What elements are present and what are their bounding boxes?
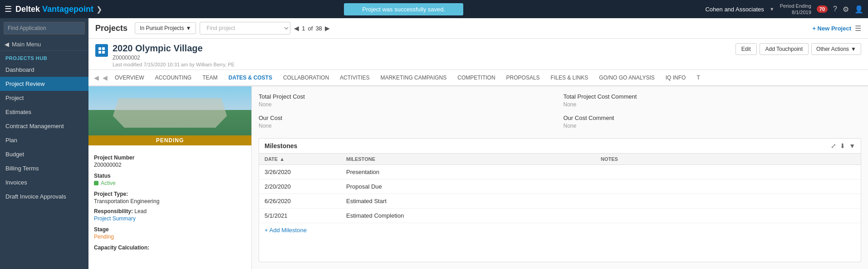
col-date-header[interactable]: DATE ▲: [265, 156, 346, 162]
company-name[interactable]: Cohen and Associates: [705, 6, 764, 13]
sidebar-item-budget[interactable]: Budget: [0, 147, 88, 161]
milestone-name-2: Estimated Start: [346, 198, 601, 204]
svg-rect-3: [102, 51, 105, 54]
project-main-title: 2020 Olympic Village: [113, 43, 731, 54]
tab-proposals[interactable]: PROPOSALS: [501, 70, 545, 86]
company-chevron-icon[interactable]: ▼: [770, 6, 775, 12]
brand-chevron-icon: ❯: [96, 5, 102, 14]
stage-value: Pending: [94, 234, 246, 240]
tab-team[interactable]: TEAM: [197, 70, 223, 86]
find-app-input[interactable]: [4, 22, 85, 35]
milestone-date-3: 5/1/2021: [265, 212, 346, 219]
list-view-icon[interactable]: ☰: [855, 24, 861, 33]
project-icon: [95, 44, 108, 57]
responsibility-label: Responsibility: Lead: [94, 208, 246, 214]
milestones-toolbar: ⤢ ⬇ ▼: [831, 142, 855, 149]
project-type-value: Transportation Engineering: [94, 198, 246, 204]
help-icon[interactable]: ?: [833, 5, 837, 13]
milestones-table-header: DATE ▲ MILESTONE NOTES: [259, 154, 861, 165]
tab-activities[interactable]: ACTIVITIES: [334, 70, 375, 86]
brand-deltek: Deltek: [15, 5, 40, 14]
our-cost-value: None: [259, 123, 557, 129]
pagination: ◀ 1 of 38 ▶: [294, 25, 330, 32]
expand-icon[interactable]: ⤢: [831, 142, 836, 149]
milestone-name-3: Estimated Completion: [346, 212, 601, 219]
add-milestone-button[interactable]: + Add Milestone: [259, 223, 861, 237]
sidebar-item-project[interactable]: Project: [0, 91, 88, 105]
period-ending-label: Period Ending: [780, 3, 811, 9]
total-project-cost-comment-value: None: [564, 101, 862, 108]
total-project-cost-field: Total Project Cost None: [259, 93, 557, 108]
tab-dates-costs[interactable]: DATES & COSTS: [223, 70, 277, 86]
main-layout: ◀ Main Menu PROJECTS HUB Dashboard Proje…: [0, 18, 868, 269]
tab-collaboration[interactable]: COLLABORATION: [278, 70, 334, 86]
our-cost-comment-value: None: [564, 123, 862, 129]
projects-title: Projects: [95, 24, 128, 33]
project-header: 2020 Olympic Village Z00000002 Last modi…: [88, 39, 868, 70]
success-banner: Project was successfully saved.: [344, 3, 463, 15]
sidebar-item-estimates[interactable]: Estimates: [0, 105, 88, 119]
back-arrow-icon: ◀: [5, 41, 9, 48]
pending-badge: PENDING: [88, 135, 251, 145]
sidebar-item-project-review[interactable]: Project Review: [0, 77, 88, 91]
notification-badge[interactable]: 70: [817, 5, 828, 13]
find-project-select[interactable]: Find project: [200, 22, 290, 35]
table-row: 3/26/2020 Presentation: [259, 165, 861, 179]
milestone-notes-2: [601, 198, 855, 204]
filter-dropdown[interactable]: In Pursuit Projects ▼: [135, 22, 196, 34]
filter-icon[interactable]: ▼: [849, 142, 855, 149]
project-number-value: Z00000002: [94, 162, 246, 168]
period-ending: Period Ending 8/1/2019: [780, 3, 811, 16]
capacity-label: Capacity Calculation:: [94, 244, 246, 251]
our-cost-field: Our Cost None: [259, 115, 557, 129]
gear-icon[interactable]: ⚙: [843, 5, 849, 14]
add-touchpoint-button[interactable]: Add Touchpoint: [760, 43, 809, 55]
filter-label: In Pursuit Projects: [140, 25, 184, 31]
sidebar-item-draft-invoice-approvals[interactable]: Draft Invoice Approvals: [0, 189, 88, 204]
main-menu-back[interactable]: ◀ Main Menu: [0, 38, 88, 51]
tab-marketing-campaigns[interactable]: MARKETING CAMPAIGNS: [375, 70, 452, 86]
tabs-back-arrow[interactable]: ◀: [101, 74, 109, 81]
milestone-date-0: 3/26/2020: [265, 169, 346, 175]
tab-accounting[interactable]: ACCOUNTING: [149, 70, 197, 86]
stage-label: Stage: [94, 226, 246, 233]
our-cost-comment-label: Our Cost Comment: [564, 115, 862, 121]
tab-overview[interactable]: OVERVIEW: [109, 70, 149, 86]
new-project-button[interactable]: + New Project: [812, 25, 851, 32]
main-menu-label: Main Menu: [12, 41, 41, 48]
other-actions-button[interactable]: Other Actions ▼: [811, 43, 861, 55]
brand-vantagepoint: Vantagepoint: [42, 5, 93, 14]
prev-page-button[interactable]: ◀: [294, 25, 299, 32]
sidebar-item-plan[interactable]: Plan: [0, 133, 88, 147]
responsibility-value: Lead: [134, 208, 147, 214]
tab-extra[interactable]: T: [691, 70, 705, 86]
milestones-body: 3/26/2020 Presentation 2/20/2020 Proposa…: [259, 165, 861, 223]
sidebar-item-invoices[interactable]: Invoices: [0, 175, 88, 189]
project-summary-link[interactable]: Project Summary: [94, 215, 246, 222]
total-project-cost-comment-label: Total Project Cost Comment: [564, 93, 862, 100]
download-icon[interactable]: ⬇: [840, 142, 845, 149]
sidebar-item-dashboard[interactable]: Dashboard: [0, 63, 88, 77]
col-milestone-header: MILESTONE: [346, 156, 601, 162]
right-panel: Total Project Cost None Total Project Co…: [252, 86, 868, 269]
edit-button[interactable]: Edit: [736, 43, 757, 55]
tab-go-no-go[interactable]: GO/NO GO ANALYSIS: [593, 70, 660, 86]
sidebar-item-contract-management[interactable]: Contract Management: [0, 119, 88, 133]
header-right: Cohen and Associates ▼ Period Ending 8/1…: [705, 3, 863, 16]
milestones-section: Milestones ⤢ ⬇ ▼ DATE ▲ MILESTONE: [259, 138, 861, 262]
sidebar-item-billing-terms[interactable]: Billing Terms: [0, 161, 88, 175]
tab-competition[interactable]: COMPETITION: [452, 70, 500, 86]
brand-name: Deltek Vantagepoint: [15, 5, 93, 14]
main-split: PENDING Project Number Z00000002 Status …: [88, 86, 868, 269]
user-icon[interactable]: 👤: [854, 5, 863, 14]
hamburger-icon[interactable]: ☰: [5, 4, 12, 14]
tab-iq-info[interactable]: IQ INFO: [660, 70, 691, 86]
status-green-dot: [94, 181, 98, 185]
tabs-prev-arrow[interactable]: ◀: [92, 74, 101, 81]
period-ending-date: 8/1/2019: [780, 9, 811, 15]
tab-files-links[interactable]: FILES & LINKS: [545, 70, 594, 86]
project-number-label: Project Number: [94, 154, 246, 161]
project-title-area: 2020 Olympic Village Z00000002 Last modi…: [113, 43, 731, 67]
next-page-button[interactable]: ▶: [325, 25, 330, 32]
our-cost-label: Our Cost: [259, 115, 557, 121]
